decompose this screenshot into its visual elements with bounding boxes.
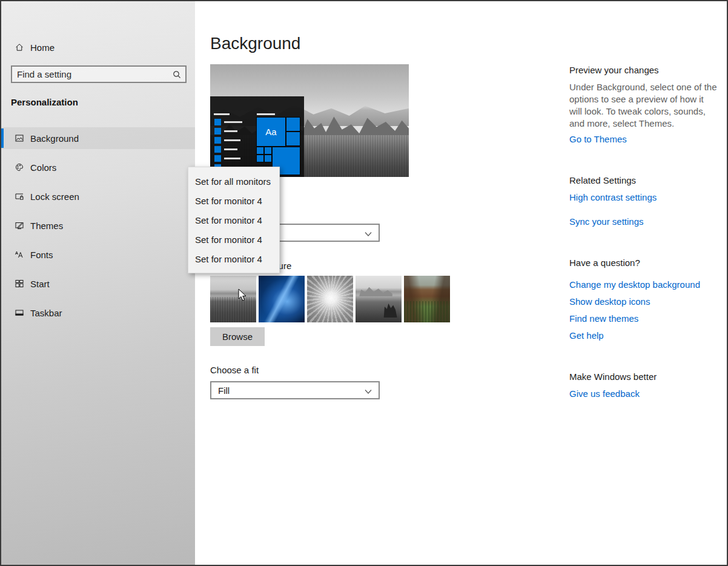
home-icon — [15, 42, 24, 52]
colors-icon — [15, 162, 24, 172]
section-header-personalization: Personalization — [11, 97, 78, 107]
sidebar-item-home[interactable]: Home — [1, 36, 195, 58]
chevron-down-icon — [364, 230, 372, 240]
make-windows-better-heading: Make Windows better — [569, 371, 717, 382]
sidebar-item-label: Taskbar — [30, 308, 62, 318]
search-input[interactable] — [12, 69, 172, 79]
thumbnail-dandelion-bw[interactable] — [307, 276, 353, 322]
menu-item-set-monitor-4[interactable]: Set for monitor 4 — [188, 250, 279, 269]
thumbnail-windows-hero[interactable] — [259, 276, 305, 322]
start-icon — [15, 279, 24, 288]
main-content: Background — [195, 1, 727, 565]
fit-label: Choose a fit — [210, 365, 259, 375]
mouse-cursor — [238, 288, 247, 304]
lock-screen-icon — [15, 191, 24, 201]
settings-window: Settings Home Personalization Backgroun — [0, 0, 728, 566]
thumbnail-desert-rocks-bw[interactable] — [356, 276, 402, 322]
start-tile — [257, 147, 263, 154]
related-settings-heading: Related Settings — [569, 175, 717, 185]
sidebar-item-label: Lock screen — [30, 191, 79, 202]
chevron-down-icon — [364, 387, 372, 398]
sidebar-item-themes[interactable]: Themes — [1, 215, 195, 236]
sidebar-item-label: Start — [30, 279, 50, 289]
link-find-new-themes[interactable]: Find new themes — [569, 313, 717, 324]
start-tile — [265, 147, 271, 154]
browse-button[interactable]: Browse — [210, 327, 265, 346]
link-get-help[interactable]: Get help — [569, 330, 717, 341]
link-sync-your-settings[interactable]: Sync your settings — [569, 216, 717, 227]
sidebar-item-label: Home — [30, 42, 55, 53]
taskbar-icon — [15, 308, 24, 318]
link-change-desktop-background[interactable]: Change my desktop background — [569, 279, 717, 290]
start-tile-aa: Aa — [257, 118, 285, 146]
start-tile — [286, 132, 300, 145]
sidebar-item-colors[interactable]: Colors — [1, 156, 195, 178]
themes-icon — [15, 221, 24, 230]
thumbnail-desert-bw[interactable] — [210, 276, 256, 322]
link-give-us-feedback[interactable]: Give us feedback — [569, 388, 717, 399]
preview-changes-heading: Preview your changes — [569, 65, 717, 75]
search-icon[interactable] — [172, 70, 185, 79]
menu-item-set-monitor-4[interactable]: Set for monitor 4 — [188, 230, 279, 250]
page-title: Background — [210, 34, 300, 53]
fit-value: Fill — [218, 385, 230, 396]
preview-changes-body: Under Background, select one of the opti… — [569, 81, 717, 130]
sidebar-item-lock-screen[interactable]: Lock screen — [1, 185, 195, 207]
background-icon — [15, 133, 24, 143]
start-tile — [257, 155, 263, 162]
sidebar: Home Personalization Background Colors — [1, 1, 195, 565]
fit-dropdown[interactable]: Fill — [210, 381, 380, 399]
set-background-context-menu: Set for all monitors Set for monitor 4 S… — [188, 167, 280, 273]
sidebar-item-label: Themes — [30, 221, 63, 231]
sidebar-item-fonts[interactable]: Fonts — [1, 244, 195, 265]
sidebar-item-label: Background — [30, 133, 79, 144]
sidebar-item-background[interactable]: Background — [1, 127, 195, 149]
menu-item-set-monitor-4[interactable]: Set for monitor 4 — [188, 211, 279, 230]
have-a-question-heading: Have a question? — [569, 258, 717, 268]
start-section-dash — [257, 113, 275, 115]
link-show-desktop-icons[interactable]: Show desktop icons — [569, 296, 717, 307]
start-menu-preview: Aa — [210, 96, 304, 177]
start-tile — [286, 118, 300, 131]
search-box[interactable] — [11, 65, 187, 83]
sidebar-item-label: Fonts — [30, 250, 53, 260]
sidebar-item-label: Colors — [30, 162, 56, 173]
fonts-icon — [15, 250, 24, 259]
link-go-to-themes[interactable]: Go to Themes — [569, 134, 717, 144]
sidebar-item-taskbar[interactable]: Taskbar — [1, 302, 195, 324]
thumbnail-canyon-color[interactable] — [404, 276, 450, 322]
link-high-contrast-settings[interactable]: High contrast settings — [569, 192, 717, 202]
start-section-dash — [214, 113, 230, 115]
sidebar-item-start[interactable]: Start — [1, 273, 195, 295]
menu-item-set-all-monitors[interactable]: Set for all monitors — [188, 172, 279, 191]
background-preview-image: Aa — [210, 64, 409, 177]
start-tile — [265, 155, 271, 162]
menu-item-set-monitor-4[interactable]: Set for monitor 4 — [188, 191, 279, 211]
